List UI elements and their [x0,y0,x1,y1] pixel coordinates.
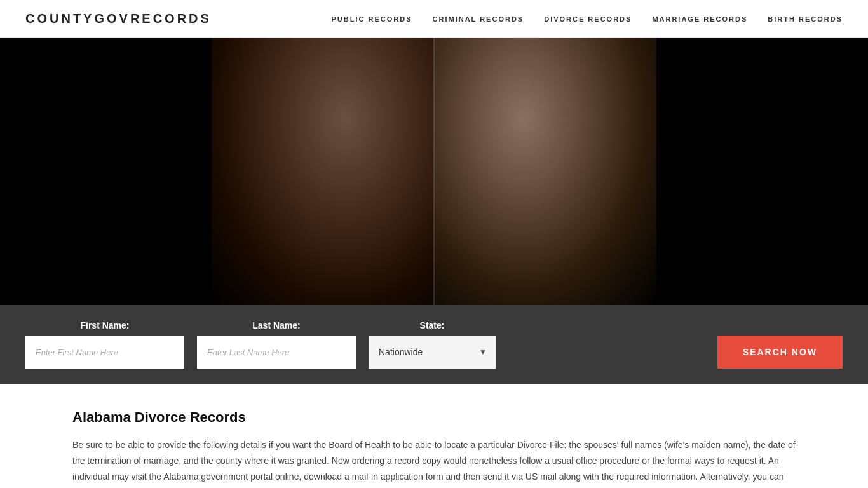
nav-marriage-records[interactable]: MARRIAGE RECORDS [652,15,747,23]
state-select-wrapper: Nationwide Alabama Alaska Arizona Arkans… [369,336,496,369]
last-name-input[interactable] [197,336,356,369]
first-name-input[interactable] [25,336,184,369]
header: COUNTYGOVRECORDS PUBLIC RECORDS CRIMINAL… [0,0,868,38]
state-select[interactable]: Nationwide Alabama Alaska Arizona Arkans… [369,336,496,369]
nav-divorce-records[interactable]: DIVORCE RECORDS [544,15,632,23]
nav-criminal-records[interactable]: CRIMINAL RECORDS [433,15,524,23]
state-field: State: Nationwide Alabama Alaska Arizona… [369,320,496,369]
nav-birth-records[interactable]: BIRTH RECORDS [768,15,843,23]
state-label: State: [369,320,496,330]
content-body: Be sure to be able to provide the follow… [72,437,796,488]
main-nav: PUBLIC RECORDS CRIMINAL RECORDS DIVORCE … [332,15,843,23]
first-name-field: First Name: [25,320,184,369]
content-area: Alabama Divorce Records Be sure to be ab… [0,384,868,488]
last-name-field: Last Name: [197,320,356,369]
search-bar: First Name: Last Name: State: Nationwide… [0,305,868,384]
hero-divider [433,38,435,305]
first-name-label: First Name: [25,320,184,330]
hero-image [0,38,868,305]
last-name-label: Last Name: [197,320,356,330]
nav-public-records[interactable]: PUBLIC RECORDS [332,15,412,23]
content-title: Alabama Divorce Records [72,409,796,426]
logo[interactable]: COUNTYGOVRECORDS [25,11,212,26]
search-now-button[interactable]: SEARCH NOW [717,336,843,369]
